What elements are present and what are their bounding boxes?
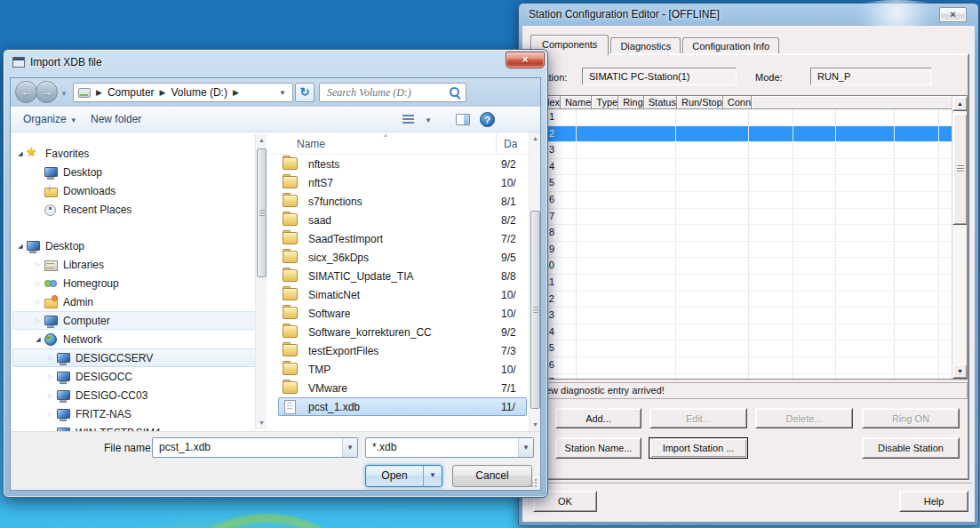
sidebar-scrollbar[interactable]: ▲ ▼ [255,134,267,429]
scroll-up-icon[interactable]: ▲ [256,134,267,147]
sidebar-item[interactable]: WIN-TESTP.SIM4 [12,423,265,431]
file-row[interactable]: nftests 9/2 [278,155,527,173]
components-tab-page [529,53,969,480]
file-row[interactable]: TMP 10/ [278,360,527,379]
file-row[interactable]: Software_korrekturen_CC 9/2 [278,323,527,341]
search-input[interactable] [327,86,449,100]
file-row[interactable]: Software 10/ [278,304,527,323]
tree-expander-icon[interactable] [15,150,26,157]
tree-expander-icon[interactable] [33,261,44,268]
sidebar-item[interactable]: Downloads [12,181,265,200]
file-name: nftests [308,158,339,171]
forward-icon[interactable] [36,81,58,103]
resize-grip[interactable] [529,479,538,488]
sidebar-item[interactable]: Desktop [12,236,265,255]
file-row[interactable]: pcst_1.xdb 11/ [278,397,527,416]
sidebar-item[interactable]: FRITZ-NAS [12,404,265,423]
help-button[interactable]: Help [899,491,968,512]
sidebar-item[interactable]: Computer [12,311,265,330]
sidebar-item[interactable]: Libraries [12,255,265,274]
navigation-bar: ▼ ▶ Computer ▶ Volume (D:) ▶ [11,78,540,107]
sidebar-item-label: Libraries [63,259,104,271]
libraries-icon [44,258,58,272]
folder-icon [283,344,297,357]
sidebar-item-label: Desktop [63,166,102,179]
refresh-icon[interactable] [295,83,315,102]
import-dialog-titlebar[interactable]: Import XDB file [12,56,102,68]
file-row[interactable]: VMware 7/1 [278,379,527,397]
open-split-button[interactable]: Open ▼ [365,465,442,487]
help-icon[interactable]: ? [480,112,495,127]
import-xdb-dialog: Import XDB file × ▼ ▶ Computer ▶ [3,49,548,498]
file-date: 11/ [501,401,515,413]
file-row[interactable]: SaadTestImport 7/2 [278,229,527,248]
tree-expander-icon[interactable] [45,411,56,418]
breadcrumb-item[interactable]: Computer ▶ [108,86,171,99]
address-bar[interactable]: ▶ Computer ▶ Volume (D:) ▶ ▼ [73,83,293,102]
file-name-combo[interactable]: pcst_1.xdb ▼ [152,437,358,458]
tree-expander-icon[interactable] [45,373,56,380]
tree-expander-icon[interactable] [45,355,56,362]
file-row[interactable]: testExportFiles 7/3 [278,341,527,360]
sidebar-item[interactable]: DESIGOCC [12,367,265,386]
sidebar-item[interactable]: Recent Places [12,200,265,219]
file-row[interactable]: saad 8/2 [278,211,527,229]
sidebar-item-label: Downloads [63,185,116,197]
cancel-button[interactable]: Cancel [452,465,532,487]
scroll-down-icon[interactable]: ▼ [256,417,267,429]
scroll-down-icon[interactable]: ▼ [530,419,540,431]
close-icon[interactable]: × [939,7,967,22]
sidebar-item[interactable]: Desktop [12,163,265,181]
scroll-up-icon[interactable]: ▲ [530,132,540,145]
open-dropdown-icon[interactable]: ▼ [423,466,442,486]
tree-expander-icon[interactable] [33,280,44,287]
address-dropdown-icon[interactable]: ▼ [275,84,291,101]
sidebar-item-label: Computer [63,315,110,327]
folder-icon [283,157,297,171]
organize-button[interactable]: Organize▼ [23,113,77,125]
views-icon[interactable] [402,115,414,124]
sidebar-item[interactable]: Favorites [12,144,265,163]
open-button[interactable]: Open [366,466,423,486]
sidebar-item[interactable]: Admin [12,292,265,311]
recent-pages-chevron-icon[interactable]: ▼ [60,90,68,98]
chevron-down-icon[interactable]: ▼ [518,438,533,457]
station-tab[interactable]: Diagnostics [610,37,681,54]
chevron-down-icon[interactable]: ▼ [342,438,357,457]
tree-expander-icon[interactable] [33,336,44,343]
breadcrumb-item[interactable]: Volume (D:) ▶ [171,86,244,99]
file-list-header: Name ▲ Da [267,132,529,155]
new-folder-button[interactable]: New folder [91,113,141,125]
file-row[interactable]: SIMATIC_Update_TIA 8/8 [278,267,527,285]
station-window-title[interactable]: Station Configuration Editor - [OFFLINE] [529,8,720,20]
file-row[interactable]: s7functions 8/1 [278,192,527,211]
station-tab[interactable]: Configuration Info [682,37,779,54]
file-row[interactable]: sicx_36kDps 9/5 [278,248,527,267]
scrollbar-thumb[interactable] [530,211,540,409]
search-icon[interactable] [449,86,462,100]
file-name: nftS7 [308,177,333,189]
search-box[interactable] [319,83,466,102]
tree-expander-icon[interactable] [33,317,44,324]
import-dialog-title: Import XDB file [30,56,102,68]
close-icon[interactable]: × [506,52,545,68]
tree-expander-icon[interactable] [15,243,26,250]
sidebar-item[interactable]: DESIGO-CC03 [12,386,265,404]
folder-icon [283,195,297,208]
folder-icon [283,213,297,227]
sidebar-item[interactable]: DESIGCCSERV [12,348,265,367]
sidebar-item[interactable]: Network [12,330,265,348]
sidebar-item[interactable]: Homegroup [12,274,265,292]
views-chevron-icon[interactable]: ▼ [425,116,432,124]
command-toolbar: Organize▼ New folder ▼ ? [11,107,540,132]
tree-expander-icon[interactable] [45,392,56,399]
tree-expander-icon[interactable] [33,299,44,306]
file-row[interactable]: SimaticNet 10/ [278,285,527,304]
file-type-combo[interactable]: *.xdb ▼ [365,437,534,458]
back-icon[interactable] [15,81,37,103]
preview-pane-icon[interactable] [456,114,470,125]
navigation-pane: Favorites Desktop Downloads [11,132,267,431]
scrollbar-thumb[interactable] [257,148,267,277]
file-row[interactable]: nftS7 10/ [278,173,527,192]
file-list-scrollbar[interactable]: ▲ ▼ [529,132,540,431]
